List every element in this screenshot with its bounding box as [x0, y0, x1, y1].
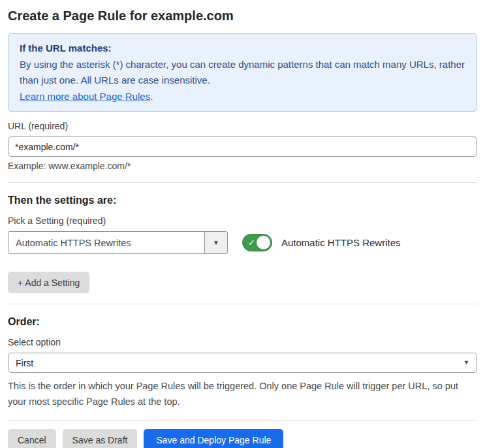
- cancel-button[interactable]: Cancel: [8, 429, 56, 448]
- dropdown-caret-button[interactable]: ▼: [204, 232, 227, 253]
- order-select[interactable]: First ▼: [8, 353, 477, 373]
- setting-toggle[interactable]: ✓: [242, 234, 272, 251]
- info-box-link-line: Learn more about Page Rules.: [20, 89, 465, 105]
- link-period: .: [150, 91, 153, 102]
- section-divider: [8, 304, 477, 304]
- footer-button-row: Cancel Save as Draft Save and Deploy Pag…: [8, 429, 477, 448]
- toggle-setting-label: Automatic HTTPS Rewrites: [281, 237, 401, 248]
- caret-down-icon: ▼: [213, 240, 219, 246]
- url-label: URL (required): [8, 121, 477, 132]
- section-divider: [8, 182, 477, 183]
- order-section-heading: Order:: [8, 315, 477, 328]
- url-input[interactable]: [8, 136, 477, 157]
- url-example-helper: Example: www.example.com/*: [8, 161, 477, 172]
- create-page-rule-form: Create a Page Rule for example.com If th…: [0, 8, 485, 448]
- settings-section-heading: Then the settings are:: [8, 194, 477, 206]
- save-draft-button[interactable]: Save as Draft: [63, 429, 138, 448]
- caret-down-icon: ▼: [463, 360, 469, 366]
- info-box-body: By using the asterisk (*) character, you…: [20, 57, 465, 89]
- url-match-info-box: If the URL matches: By using the asteris…: [8, 33, 477, 112]
- check-icon: ✓: [248, 238, 255, 247]
- setting-dropdown-value: Automatic HTTPS Rewrites: [8, 238, 131, 248]
- info-box-heading: If the URL matches:: [20, 40, 465, 57]
- add-setting-button[interactable]: + Add a Setting: [8, 272, 89, 293]
- learn-more-link[interactable]: Learn more about Page Rules: [20, 91, 150, 102]
- footer-divider: [8, 420, 477, 421]
- save-deploy-button[interactable]: Save and Deploy Page Rule: [144, 429, 283, 448]
- select-option-label: Select option: [8, 337, 477, 348]
- page-title: Create a Page Rule for example.com: [8, 8, 477, 24]
- settings-row: Automatic HTTPS Rewrites ▼ ✓ Automatic H…: [8, 231, 477, 254]
- toggle-knob: [257, 236, 270, 249]
- order-helper-text: This is the order in which your Page Rul…: [8, 378, 477, 409]
- setting-dropdown[interactable]: Automatic HTTPS Rewrites ▼: [8, 231, 228, 254]
- pick-setting-label: Pick a Setting (required): [8, 216, 477, 227]
- order-select-value: First: [16, 358, 33, 368]
